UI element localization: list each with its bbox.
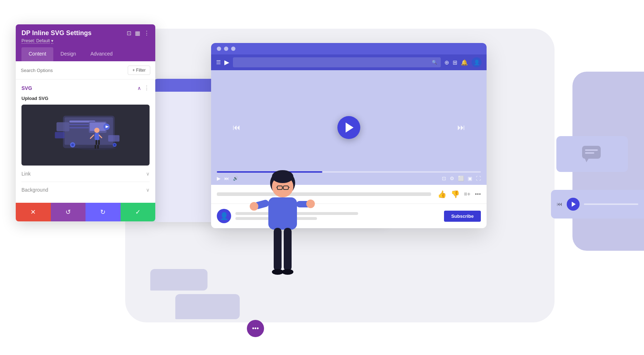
vc-settings-icon[interactable]: ⚙ [450, 176, 454, 181]
svg-rect-8 [94, 133, 99, 140]
svg-section-actions: ∧ ⋮ [137, 85, 150, 91]
undo-button[interactable]: ↺ [51, 203, 86, 221]
preset-label[interactable]: Preset: Default [21, 38, 50, 44]
vc-skip-icon[interactable]: ⏭ [224, 176, 229, 181]
settings-panel: DP Inline SVG Settings ⊡ ▦ ⋮ Preset: Def… [16, 24, 155, 221]
vc-right-controls: ⊡ ⚙ ⬜ ▣ ⛶ [442, 176, 481, 181]
panel-title: DP Inline SVG Settings [21, 29, 92, 37]
link-section-label: Link [21, 171, 31, 177]
svg-section-title: SVG [21, 85, 32, 91]
panel-preset[interactable]: Preset: Default ▾ [21, 38, 150, 44]
browser-dot-3 [231, 47, 235, 51]
svg-point-32 [272, 170, 293, 183]
dislike-icon[interactable]: 👎 [451, 190, 460, 198]
svg-rect-3 [69, 124, 89, 125]
svg-rect-44 [585, 149, 598, 151]
svg-section-header: SVG ∧ ⋮ [21, 85, 150, 91]
like-icon[interactable]: 👍 [438, 190, 447, 198]
channel-avatar-icon: 👤 [220, 212, 229, 220]
nav-menu-icon[interactable]: ☰ [216, 59, 221, 66]
browser-navbar: ☰ ▶ 🔍 ⊕ ⊞ 🔔 👤 [211, 54, 487, 70]
mini-play-button[interactable] [567, 198, 580, 211]
floating-chat-bubble[interactable] [556, 136, 628, 172]
browser-nav-right: ⊕ ⊞ 🔔 👤 [444, 57, 482, 67]
svg-collapse-chevron[interactable]: ∧ [137, 85, 141, 91]
upload-svg-label: Upload SVG [21, 96, 150, 101]
confirm-icon: ✓ [135, 208, 141, 216]
panel-body: SVG ∧ ⋮ Upload SVG [16, 80, 155, 203]
link-section: Link ∨ [21, 165, 150, 182]
svg-rect-17 [108, 135, 119, 141]
panel-header-top: DP Inline SVG Settings ⊡ ▦ ⋮ [21, 29, 150, 37]
nav-bell-icon[interactable]: 🔔 [461, 59, 468, 66]
nav-grid-icon[interactable]: ⊞ [453, 59, 457, 66]
panel-header: DP Inline SVG Settings ⊡ ▦ ⋮ Preset: Def… [16, 24, 155, 47]
vc-play-icon[interactable]: ▶ [217, 176, 221, 181]
filter-button[interactable]: + Filter [128, 66, 150, 75]
svg-point-22 [71, 143, 74, 146]
svg-point-37 [306, 200, 315, 208]
tab-design[interactable]: Design [53, 47, 83, 61]
nav-user-avatar[interactable]: 👤 [472, 57, 482, 67]
svg-rect-11 [96, 140, 97, 145]
panel-screen-icon[interactable]: ⊡ [127, 30, 131, 37]
confirm-button[interactable]: ✓ [121, 203, 156, 221]
mini-skip-prev-icon[interactable]: ⏮ [557, 201, 562, 207]
vc-pip-icon[interactable]: ▣ [468, 176, 472, 181]
floating-mini-player: ⏮ [551, 190, 644, 219]
browser-dot-1 [217, 47, 221, 51]
background-section-label: Background [21, 187, 48, 193]
svg-point-35 [250, 202, 258, 211]
redo-icon: ↻ [100, 208, 106, 216]
svg-rect-15 [57, 122, 69, 131]
add-to-playlist-icon[interactable]: ≡+ [464, 191, 471, 197]
link-collapse-chevron: ∨ [146, 171, 150, 177]
svg-point-24 [114, 144, 116, 145]
vc-theater-icon[interactable]: ⬜ [458, 176, 464, 181]
browser-dot-2 [224, 47, 228, 51]
subscribe-button[interactable]: Subscribe [444, 211, 481, 222]
panel-layout-icon[interactable]: ▦ [135, 30, 140, 37]
subscribe-label: Subscribe [451, 214, 474, 219]
search-options-input[interactable] [21, 68, 125, 73]
mini-progress-bar[interactable] [584, 203, 638, 205]
redo-button[interactable]: ↻ [86, 203, 121, 221]
vc-caption-icon[interactable]: ⊡ [442, 176, 446, 181]
link-section-header[interactable]: Link ∨ [21, 171, 150, 177]
nav-add-icon[interactable]: ⊕ [444, 59, 449, 66]
filter-label: + Filter [132, 68, 146, 73]
svg-rect-33 [268, 197, 297, 230]
more-options-icon[interactable]: ••• [475, 191, 481, 197]
cancel-button[interactable]: ✕ [16, 203, 51, 221]
svg-preview-area[interactable] [21, 105, 150, 165]
svg-point-18 [77, 146, 116, 150]
video-action-icons: 👍 👎 ≡+ ••• [438, 190, 481, 198]
person-illustration [247, 154, 318, 326]
video-play-button[interactable] [337, 116, 360, 139]
tab-advanced[interactable]: Advanced [83, 47, 120, 61]
nav-play-icon[interactable]: ▶ [224, 58, 229, 66]
svg-rect-19 [94, 145, 96, 149]
svg-point-40 [272, 269, 283, 275]
svg-point-41 [282, 269, 293, 275]
background-section: Background ∨ [21, 182, 150, 198]
skip-next-icon[interactable]: ⏭ [457, 123, 465, 132]
background-section-header[interactable]: Background ∨ [21, 187, 150, 193]
svg-more-icon[interactable]: ⋮ [144, 85, 150, 91]
panel-more-icon[interactable]: ⋮ [144, 30, 150, 37]
skip-prev-icon[interactable]: ⏮ [233, 123, 240, 132]
vc-fullscreen-icon[interactable]: ⛶ [476, 176, 481, 181]
tab-content[interactable]: Content [21, 47, 53, 61]
background-collapse-chevron: ∨ [146, 187, 150, 193]
svg-rect-12 [98, 140, 100, 145]
chat-dot-button[interactable]: ••• [247, 320, 264, 337]
chat-bubble-icon [581, 145, 603, 163]
chat-dots-label: ••• [252, 325, 259, 332]
chat-bubble-bottom [175, 294, 240, 319]
preset-arrow: ▾ [51, 38, 53, 44]
panel-search-bar: + Filter [16, 61, 155, 80]
svg-rect-39 [284, 228, 292, 271]
browser-addressbar[interactable]: 🔍 [233, 57, 441, 67]
vc-volume-icon[interactable]: 🔊 [233, 176, 238, 181]
svg-rect-20 [97, 145, 99, 149]
